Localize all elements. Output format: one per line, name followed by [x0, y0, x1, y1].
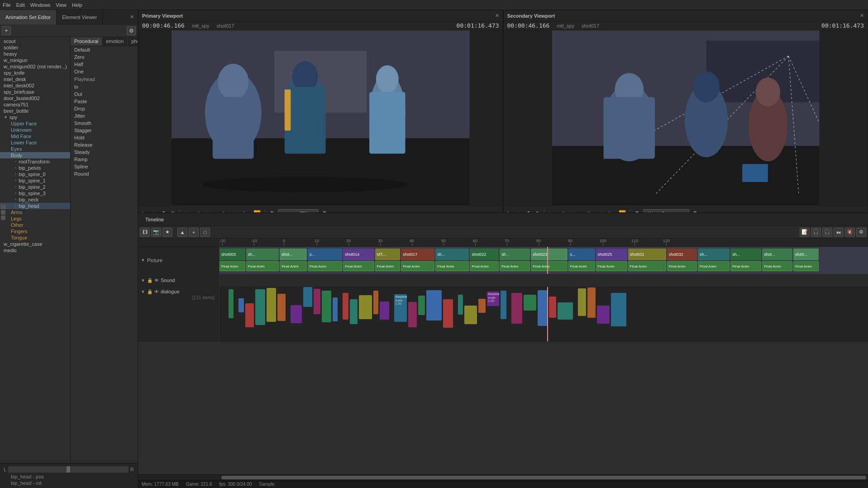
dialogue-clip[interactable] [538, 290, 548, 326]
tree-item[interactable]: medic [0, 247, 70, 254]
tt-btn-headphone2[interactable]: 🎧 [822, 228, 832, 237]
timeline-tab[interactable]: Timeline [142, 216, 167, 223]
tree-item[interactable]: +bip_spine_3 [0, 190, 70, 196]
picture-subclip[interactable]: Final Anim [401, 261, 434, 271]
svc-prev[interactable]: ⏮ [547, 209, 556, 213]
dialogue-clip[interactable] [373, 291, 378, 314]
picture-clip[interactable]: shot017 [401, 249, 434, 260]
add-button[interactable]: + [2, 26, 11, 35]
picture-track-content[interactable]: shot003Final Animsh...Final Animshot...F… [219, 247, 868, 274]
tree-item[interactable]: w_minigun [0, 57, 70, 63]
proc-item-round[interactable]: Round [71, 170, 138, 177]
picture-subclip[interactable]: Final Anim [596, 261, 627, 271]
tree-item[interactable]: Other [0, 222, 70, 228]
dialogue-clip[interactable] [303, 287, 312, 307]
picture-subclip[interactable]: Final Anim [531, 261, 567, 271]
tree-item[interactable]: Arms [0, 209, 70, 215]
vc-fast[interactable]: ⏩ [252, 209, 262, 213]
vc-pause[interactable]: ● [213, 209, 220, 213]
proc-tab-phoneme[interactable]: phoneme [128, 37, 138, 46]
tt-btn-up[interactable]: ▲ [177, 228, 187, 237]
picture-subclip[interactable]: Final Anim [793, 261, 819, 271]
dialogue-toggle[interactable]: ▼ [141, 289, 145, 294]
tt-btn-star[interactable]: ★ [162, 228, 172, 237]
proc-item-stagger[interactable]: Stagger [71, 127, 138, 134]
proc-item-smooth[interactable]: Smooth [71, 120, 138, 127]
menu-help[interactable]: Help [72, 2, 82, 8]
vc-add[interactable]: + [150, 209, 157, 213]
dialogue-clip[interactable] [501, 291, 506, 319]
svc-add[interactable]: + [515, 209, 522, 213]
tree-item[interactable]: ▼spy [0, 114, 70, 120]
proc-tab-procedural[interactable]: Procedural [71, 37, 102, 46]
svc-back[interactable]: ◀ [558, 209, 566, 213]
tree-item[interactable]: spy_knife [0, 70, 70, 76]
proc-item-release[interactable]: Release [71, 141, 138, 148]
tree-item[interactable]: beer_bottle [0, 108, 70, 114]
vc-settings[interactable]: ⚙ [267, 209, 277, 213]
vc-next[interactable]: ⏭ [231, 209, 240, 213]
picture-subclip[interactable]: Final Anim [435, 261, 469, 271]
svc-pause[interactable]: ● [578, 209, 585, 213]
picture-clip[interactable]: sh... [698, 249, 730, 260]
tree-item[interactable]: door_busted002 [0, 95, 70, 101]
dialogue-clip[interactable]: #vo/meet...scale 1.00 [394, 294, 407, 322]
dialogue-clip[interactable] [524, 295, 536, 311]
icon-rec2[interactable] [1, 210, 5, 215]
svc-record[interactable]: ⊙ [533, 209, 542, 213]
dialogue-clip[interactable] [291, 305, 302, 324]
dialogue-clip[interactable] [558, 302, 573, 320]
tree-item[interactable]: Body [0, 152, 70, 158]
dialogue-clip[interactable] [238, 298, 244, 312]
picture-subclip[interactable]: Final Anim [246, 261, 279, 271]
picture-clip[interactable]: shot003 [219, 249, 245, 260]
proc-item-half[interactable]: Half [71, 61, 138, 68]
h-scroll-thumb[interactable] [221, 476, 866, 479]
dialogue-clip[interactable]: #vo/meet...scale 1.00 [487, 292, 499, 306]
picture-clip[interactable]: shot023 [531, 249, 567, 260]
tree-item[interactable]: Unknown [0, 127, 70, 133]
tree-item[interactable]: Tongue [0, 234, 70, 241]
primary-viewport-close[interactable]: ✕ [495, 13, 499, 19]
svc-first[interactable]: ⏭ [567, 209, 577, 213]
tt-btn-skip[interactable]: ⏭ [834, 228, 844, 237]
dialogue-clip[interactable] [426, 290, 441, 321]
dialogue-clip[interactable] [549, 297, 556, 318]
picture-subclip[interactable]: Final Anim [500, 261, 530, 271]
dialogue-clip[interactable] [408, 302, 417, 327]
picture-subclip[interactable]: Final Anim [698, 261, 730, 271]
svc-fast[interactable]: ⏩ [617, 209, 628, 213]
icon-rec3[interactable] [1, 215, 5, 220]
proc-item-one[interactable]: One [71, 68, 138, 75]
dialogue-clip[interactable] [350, 299, 358, 324]
dialogue-clip[interactable] [359, 295, 372, 319]
sound-toggle[interactable]: ▼ [141, 278, 145, 283]
proc-item-steady[interactable]: Steady [71, 148, 138, 156]
picture-subclip[interactable]: Final Anim [762, 261, 792, 271]
tree-item[interactable]: +bip_spine_1 [0, 177, 70, 184]
channel-slider[interactable] [8, 466, 129, 473]
svc-refresh[interactable]: ↺ [523, 209, 532, 213]
svc-last[interactable]: ⊢ [607, 209, 615, 213]
dialogue-clip[interactable] [464, 306, 477, 324]
tt-btn-headphone[interactable]: 🎧 [811, 228, 821, 237]
picture-clip[interactable]: shot022 [470, 249, 499, 260]
tt-btn-box[interactable]: □ [200, 228, 210, 237]
tree-item[interactable]: Lower Face [0, 139, 70, 146]
vc-last[interactable]: ⊢ [242, 209, 250, 213]
dialogue-clip[interactable] [255, 289, 266, 325]
proc-item-spline[interactable]: Spline [71, 163, 138, 170]
picture-subclip[interactable]: Final Anim [375, 261, 400, 271]
tree-item[interactable]: +bip_head [0, 203, 70, 209]
tt-btn-mute[interactable]: 🔇 [845, 228, 855, 237]
tree-item[interactable]: Eyes [0, 146, 70, 152]
picture-clip[interactable]: shot025 [596, 249, 627, 260]
proc-item-ramp[interactable]: Ramp [71, 156, 138, 163]
picture-clip[interactable]: sh... [500, 249, 530, 260]
dialogue-clip[interactable] [322, 291, 331, 322]
secondary-camera-select[interactable]: Work Camera [643, 209, 689, 213]
tree-item[interactable]: +bip_pelvis [0, 165, 70, 171]
picture-clip[interactable]: sh... [435, 249, 469, 260]
tree-item[interactable]: Mid Face [0, 133, 70, 139]
picture-clip[interactable]: shot031 [628, 249, 666, 260]
